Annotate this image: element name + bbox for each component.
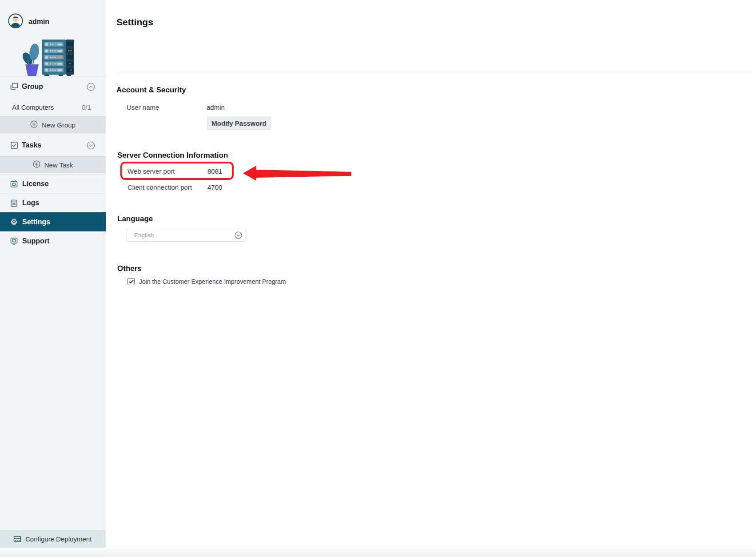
support-label: Support — [22, 237, 49, 245]
user-badge[interactable]: admin — [8, 13, 49, 30]
ceip-row: Join the Customer Experience Improvement… — [127, 278, 286, 285]
account-security-heading: Account & Security — [116, 86, 186, 95]
sidebar-item-license[interactable]: License — [0, 174, 106, 193]
section-divider — [116, 74, 754, 74]
username-value: admin — [207, 103, 225, 111]
sidebar-item-all-computers[interactable]: All Computers 0/1 — [0, 99, 106, 115]
new-group-label: New Group — [42, 121, 76, 129]
ceip-checkbox[interactable] — [127, 278, 135, 285]
sidebar-item-settings[interactable]: Settings — [0, 212, 106, 231]
language-heading: Language — [117, 215, 153, 223]
web-server-port-label: Web server port — [127, 167, 175, 175]
new-task-button[interactable]: New Task — [0, 156, 106, 173]
license-label: License — [22, 180, 49, 188]
plus-circle-icon — [33, 160, 40, 170]
expand-tasks-icon[interactable] — [87, 141, 95, 150]
sidebar-footer-space — [0, 548, 106, 557]
sidebar-section-tasks[interactable]: Tasks — [0, 138, 106, 153]
new-group-button[interactable]: New Group — [0, 116, 106, 133]
tasks-icon — [10, 141, 18, 149]
username-label: User name — [127, 103, 159, 111]
user-name: admin — [28, 18, 49, 26]
configure-deployment-button[interactable]: Configure Deployment — [0, 530, 106, 548]
sidebar-group-label: Group — [22, 83, 87, 91]
sidebar-section-group[interactable]: Group — [0, 79, 106, 94]
annotation-arrow-icon — [241, 163, 353, 184]
web-server-port-value: 8081 — [207, 167, 222, 175]
language-selected-value: English — [134, 232, 235, 239]
settings-label: Settings — [22, 218, 50, 226]
logs-icon — [10, 199, 18, 207]
language-select[interactable]: English — [127, 229, 247, 242]
main-content: Settings Account & Security User name ad… — [106, 0, 756, 557]
support-icon — [10, 237, 18, 245]
collapse-group-icon[interactable] — [87, 83, 95, 91]
modify-password-button[interactable]: Modify Password — [207, 116, 271, 130]
client-connection-port-value: 4700 — [207, 183, 222, 191]
sidebar-tasks-label: Tasks — [22, 141, 87, 149]
others-heading: Others — [117, 264, 142, 273]
chevron-down-icon — [235, 231, 242, 239]
configure-deployment-label: Configure Deployment — [25, 535, 92, 543]
license-icon — [10, 180, 18, 188]
user-avatar-icon — [8, 13, 23, 30]
sidebar-item-support[interactable]: Support — [0, 231, 106, 251]
new-task-label: New Task — [44, 161, 73, 169]
page-title: Settings — [116, 17, 153, 28]
logs-label: Logs — [22, 199, 39, 207]
sidebar-item-logs[interactable]: Logs — [0, 193, 106, 212]
app-window: admin — [0, 0, 756, 557]
server-connection-heading: Server Connection Information — [117, 151, 228, 160]
sidebar: admin — [0, 0, 106, 557]
deployment-icon — [13, 535, 21, 543]
sidebar-divider — [0, 76, 106, 76]
client-connection-port-label: Client connection port — [127, 183, 192, 191]
all-computers-count: 0/1 — [82, 103, 91, 111]
gear-icon — [10, 218, 18, 227]
ceip-checkbox-label[interactable]: Join the Customer Experience Improvement… — [139, 278, 286, 285]
plus-circle-icon — [30, 120, 38, 130]
all-computers-label: All Computers — [12, 103, 82, 111]
server-illustration — [20, 37, 76, 78]
group-icon — [10, 83, 18, 91]
